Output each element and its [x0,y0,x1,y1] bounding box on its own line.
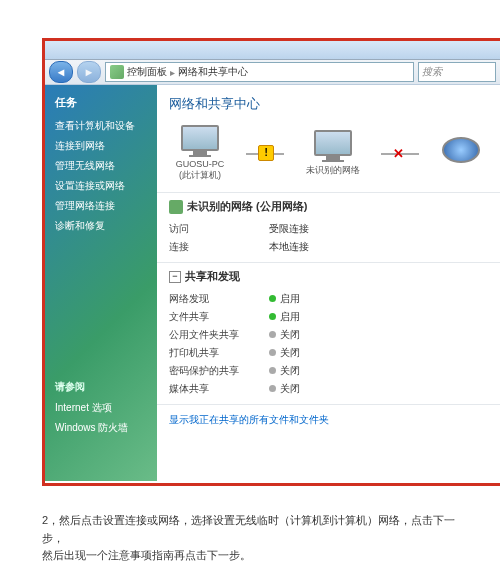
crumb-a[interactable]: 控制面板 [127,65,167,79]
sidebar-item-devices[interactable]: 查看计算机和设备 [45,116,157,136]
computer-icon [313,130,353,162]
window: ◄ ► 控制面板 ▸ 网络和共享中心 搜索 任务 查看计算机和设备 连接到网络 … [42,38,500,486]
page-title: 网络和共享中心 [157,85,500,121]
globe-icon [441,137,481,169]
breadcrumb[interactable]: 控制面板 ▸ 网络和共享中心 [105,62,414,82]
main-panel: 网络和共享中心 GUOSU-PC (此计算机) 未识别的网络 未识别的网络 (公… [157,85,500,481]
collapse-icon[interactable]: − [169,271,181,283]
link-error-icon [381,153,419,155]
back-button[interactable]: ◄ [49,61,73,83]
sidebar-item-manage[interactable]: 管理网络连接 [45,196,157,216]
search-input[interactable]: 搜索 [418,62,496,82]
panel-icon [110,65,124,79]
link-warning-icon [246,153,284,155]
titlebar [45,41,500,60]
address-bar: ◄ ► 控制面板 ▸ 网络和共享中心 搜索 [45,60,500,85]
see-internet[interactable]: Internet 选项 [45,398,157,418]
see-also-heading: 请参阅 [45,376,157,398]
status-dot [269,349,276,356]
node-unknown: 未识别的网络 [306,130,360,177]
crumb-sep: ▸ [170,67,175,78]
computer-icon [180,125,220,157]
section-sharing: −共享和发现 网络发现启用文件共享启用公用文件夹共享关闭打印机共享关闭密码保护的… [157,262,500,404]
sidebar: 任务 查看计算机和设备 连接到网络 管理无线网络 设置连接或网络 管理网络连接 … [45,85,157,481]
share-row: 媒体共享关闭 [169,380,488,398]
share-row: 密码保护的共享关闭 [169,362,488,380]
status-dot [269,367,276,374]
share-row: 公用文件夹共享关闭 [169,326,488,344]
sidebar-item-connect[interactable]: 连接到网络 [45,136,157,156]
show-shared-link[interactable]: 显示我正在共享的所有文件和文件夹 [169,411,488,429]
sidebar-item-setup[interactable]: 设置连接或网络 [45,176,157,196]
share-row: 网络发现启用 [169,290,488,308]
status-dot [269,295,276,302]
share-row: 打印机共享关闭 [169,344,488,362]
crumb-b[interactable]: 网络和共享中心 [178,65,248,79]
forward-button[interactable]: ► [77,61,101,83]
sidebar-item-wireless[interactable]: 管理无线网络 [45,156,157,176]
node-internet [441,137,481,171]
tasks-heading: 任务 [45,91,157,116]
instruction-text: 2，然后点击设置连接或网络，选择设置无线临时（计算机到计算机）网络，点击下一步，… [42,512,470,564]
status-dot [269,313,276,320]
sidebar-item-diagnose[interactable]: 诊断和修复 [45,216,157,236]
section-unknown-network: 未识别的网络 (公用网络) 访问受限连接 连接本地连接 [157,192,500,262]
network-icon [169,200,183,214]
status-dot [269,385,276,392]
share-row: 文件共享启用 [169,308,488,326]
status-dot [269,331,276,338]
network-diagram: GUOSU-PC (此计算机) 未识别的网络 [157,121,500,192]
node-this-pc: GUOSU-PC (此计算机) [176,125,225,182]
section-footer: 显示我正在共享的所有文件和文件夹 [157,404,500,435]
see-firewall[interactable]: Windows 防火墙 [45,418,157,438]
